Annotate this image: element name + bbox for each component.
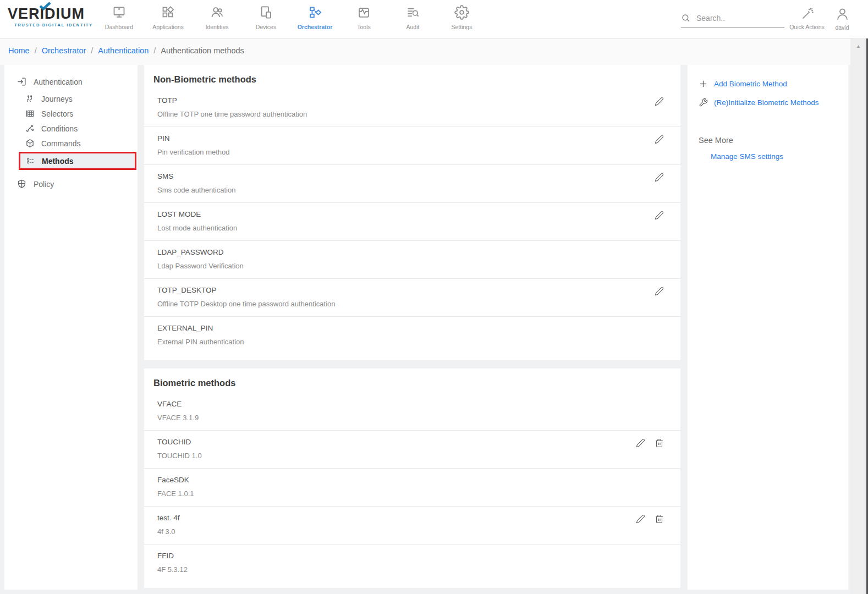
method-description: TOUCHID 1.0 (157, 452, 680, 460)
nav-item-dashboard[interactable]: Dashboard (95, 5, 144, 30)
method-description: 4f 3.0 (157, 527, 680, 536)
method-row-facesdk[interactable]: FaceSDK FACE 1.0.1 (144, 469, 680, 507)
journeys-icon (25, 94, 35, 103)
add-biometric-method-button[interactable]: Add Biometric Method (699, 79, 840, 89)
search-input[interactable] (696, 14, 773, 23)
manage-sms-settings-link[interactable]: Manage SMS settings (711, 152, 840, 161)
method-description: Offline TOTP Desktop one time password a… (157, 300, 680, 308)
nav-item-identities[interactable]: Identities (193, 5, 241, 30)
breadcrumb: Home / Orchestrator / Authentication / A… (8, 46, 244, 55)
nav-item-label: Devices (256, 24, 276, 30)
sidebar-item-label: Conditions (41, 124, 78, 133)
main-content: Non-Biometric methods TOTP Offline TOTP … (144, 65, 680, 588)
commands-icon (25, 139, 35, 148)
method-row-ldap-password[interactable]: LDAP_PASSWORD Ldap Password Verification (144, 241, 680, 279)
method-description: External PIN authentication (157, 338, 680, 346)
method-row-lost-mode[interactable]: LOST MODE Lost mode authentication (144, 203, 680, 241)
sidebar-item-selectors[interactable]: Selectors (4, 106, 138, 121)
sidebar-item-conditions[interactable]: Conditions (4, 121, 138, 136)
login-icon (17, 76, 27, 87)
sidebar-item-label: Commands (41, 139, 81, 148)
wrench-icon (699, 98, 708, 107)
breadcrumb-orchestrator[interactable]: Orchestrator (42, 46, 86, 55)
nav-item-orchestrator[interactable]: Orchestrator (290, 5, 339, 30)
sidebar-item-label: Journeys (41, 95, 73, 103)
biometric-methods-card: Biometric methods VFACE VFACE 3.1.9 TOUC… (144, 369, 680, 588)
nav-item-label: Identities (205, 24, 228, 30)
delete-icon[interactable] (655, 438, 664, 448)
sidebar-section-authentication[interactable]: Authentication (4, 72, 138, 91)
method-row-ffid[interactable]: FFID 4F 5.3.12 (144, 544, 680, 582)
method-title: PIN (157, 134, 680, 142)
breadcrumb-separator: / (153, 46, 156, 55)
selectors-icon (25, 109, 35, 118)
delete-icon[interactable] (655, 514, 664, 524)
tools-icon (356, 5, 371, 20)
edit-icon[interactable] (655, 173, 664, 182)
left-sidebar: Authentication Journeys Selectors Condit… (4, 65, 138, 590)
method-title: FFID (157, 552, 680, 560)
right-action-panel: Add Biometric Method (Re)Initialize Biom… (688, 65, 848, 590)
page-scrollbar[interactable]: ▲ (850, 38, 866, 594)
sidebar-section-policy[interactable]: Policy (4, 173, 138, 194)
edit-icon[interactable] (655, 97, 664, 106)
nav-item-audit[interactable]: Audit (388, 5, 437, 30)
nav-item-settings[interactable]: Settings (437, 5, 486, 30)
nav-item-devices[interactable]: Devices (241, 5, 290, 30)
sidebar-item-journeys[interactable]: Journeys (4, 91, 138, 106)
method-row-pin[interactable]: PIN Pin verification method (144, 127, 680, 165)
orchestrator-icon (307, 5, 322, 20)
edit-icon[interactable] (655, 287, 664, 296)
method-row-sms[interactable]: SMS Sms code authentication (144, 165, 680, 203)
method-row-totp[interactable]: TOTP Offline TOTP one time password auth… (144, 89, 680, 127)
quick-actions-button[interactable]: Quick Actions (788, 7, 826, 30)
sidebar-item-methods[interactable]: Methods (19, 152, 136, 170)
nav-item-label: Applications (152, 24, 184, 30)
sidebar-section-label: Authentication (34, 78, 83, 86)
nav-item-label: Dashboard (105, 24, 133, 30)
identities-icon (210, 5, 224, 20)
edit-icon[interactable] (636, 438, 645, 448)
applications-icon (161, 5, 175, 20)
method-row-vface[interactable]: VFACE VFACE 3.1.9 (144, 393, 680, 431)
audit-icon (405, 5, 420, 20)
settings-icon (454, 5, 469, 20)
method-row-touchid[interactable]: TOUCHID TOUCHID 1.0 (144, 431, 680, 469)
method-title: LOST MODE (157, 210, 680, 218)
nav-item-applications[interactable]: Applications (144, 5, 193, 30)
non-biometric-methods-card: Non-Biometric methods TOTP Offline TOTP … (144, 65, 680, 360)
method-description: VFACE 3.1.9 (157, 414, 680, 422)
method-row-test-4f[interactable]: test. 4f 4f 3.0 (144, 507, 680, 544)
method-description: Offline TOTP one time password authentic… (157, 110, 680, 118)
method-title: TOUCHID (157, 438, 680, 446)
user-avatar-icon (835, 7, 850, 21)
top-bar: VERIDIUM TRUSTED DIGITAL IDENTITY Dashbo… (0, 0, 868, 38)
devices-icon (259, 5, 273, 20)
nav-item-label: Audit (406, 24, 420, 30)
edit-icon[interactable] (655, 211, 664, 220)
reinitialize-biometric-methods-button[interactable]: (Re)Initialize Biometric Methods (699, 98, 840, 107)
breadcrumb-authentication[interactable]: Authentication (98, 46, 149, 55)
edit-icon[interactable] (636, 514, 645, 524)
user-menu[interactable]: david (829, 7, 855, 31)
reinitialize-biometric-methods-label: (Re)Initialize Biometric Methods (714, 98, 819, 107)
method-title: FaceSDK (157, 476, 680, 484)
method-description: 4F 5.3.12 (157, 565, 680, 574)
scrollbar-up-arrow[interactable]: ▲ (850, 38, 866, 49)
user-name-label: david (835, 24, 849, 31)
nav-item-tools[interactable]: Tools (339, 5, 388, 30)
method-title: EXTERNAL_PIN (157, 324, 680, 332)
veridium-logo[interactable]: VERIDIUM TRUSTED DIGITAL IDENTITY (8, 7, 93, 28)
search-icon (681, 13, 691, 23)
shield-icon (17, 179, 27, 189)
method-row-totp-desktop[interactable]: TOTP_DESKTOP Offline TOTP Desktop one ti… (144, 279, 680, 317)
nav-item-label: Tools (357, 24, 371, 30)
sidebar-section-label: Policy (34, 180, 54, 189)
sidebar-item-label: Methods (42, 157, 74, 166)
breadcrumb-home[interactable]: Home (8, 46, 30, 55)
nav-item-label: Settings (452, 24, 473, 30)
edit-icon[interactable] (655, 135, 664, 144)
search-bar[interactable] (681, 13, 784, 28)
method-row-external-pin[interactable]: EXTERNAL_PIN External PIN authentication (144, 317, 680, 355)
sidebar-item-commands[interactable]: Commands (4, 136, 138, 151)
